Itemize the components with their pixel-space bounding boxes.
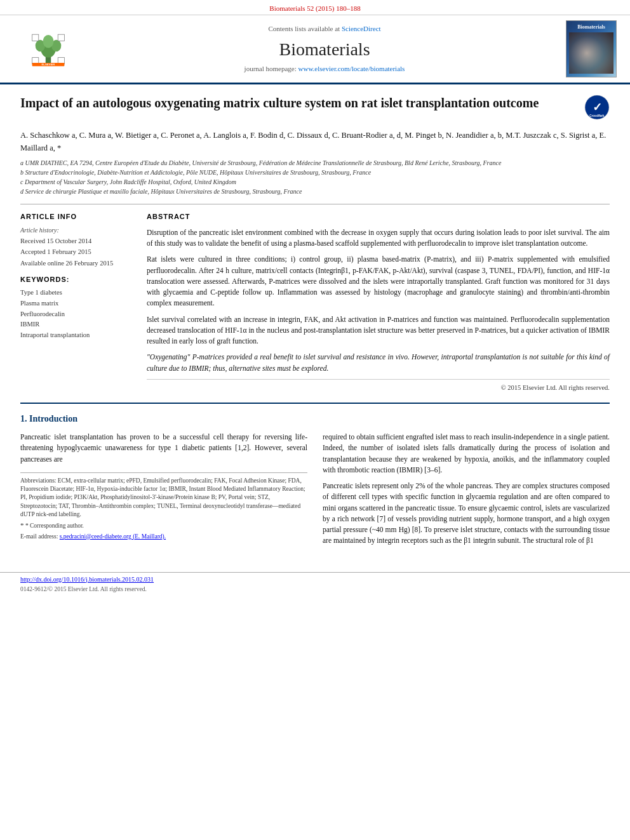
- keywords-heading: Keywords:: [20, 275, 131, 284]
- keyword-5: Intraportal transplantation: [20, 331, 131, 340]
- keyword-1: Type 1 diabetes: [20, 288, 131, 298]
- section-divider: [20, 403, 610, 404]
- article-info-heading: ARTICLE INFO: [20, 212, 131, 222]
- affiliation-b: b Structure d'Endocrinologie, Diabète-Nu…: [20, 168, 610, 177]
- main-content: Impact of an autologous oxygenating matr…: [0, 84, 630, 561]
- accepted-date: Accepted 1 February 2015: [20, 248, 131, 257]
- abstract-heading: ABSTRACT: [147, 212, 610, 222]
- publisher-logo-area: ELSEVIER: [10, 20, 86, 77]
- keyword-4: IBMIR: [20, 320, 131, 330]
- keywords-section: Keywords: Type 1 diabetes Plasma matrix …: [20, 275, 131, 340]
- svg-text:ELSEVIER: ELSEVIER: [42, 63, 55, 66]
- journal-homepage-url[interactable]: www.elsevier.com/locate/biomaterials: [298, 65, 405, 72]
- email-link[interactable]: s.pedracini@ceed-diabete.org (E. Maillar…: [60, 533, 166, 540]
- keyword-2: Plasma matrix: [20, 299, 131, 309]
- abstract-para-4: "Oxygenating" P-matrices provided a real…: [147, 352, 610, 374]
- crossmark-badge-icon: ✓ CrossMark: [584, 95, 610, 120]
- journal-cover: Biomaterials: [566, 20, 617, 77]
- authors: A. Schaschkow a, C. Mura a, W. Bietiger …: [20, 129, 610, 154]
- svg-rect-6: [58, 34, 64, 41]
- journal-cover-image: Biomaterials: [563, 20, 620, 77]
- science-direct-link: Contents lists available at ScienceDirec…: [268, 24, 380, 34]
- introduction-body: Pancreatic islet transplantation has pro…: [20, 432, 610, 552]
- journal-header: ELSEVIER Contents lists available at Sci…: [0, 15, 630, 84]
- article-body: ARTICLE INFO Article history: Received 1…: [20, 204, 610, 392]
- intro-text-right-2: Pancreatic islets represent only 2% of t…: [323, 481, 610, 547]
- footer-copyright: 0142-9612/© 2015 Elsevier Ltd. All right…: [20, 585, 610, 594]
- doi-link[interactable]: http://dx.doi.org/10.1016/j.biomaterials…: [20, 575, 610, 584]
- introduction-col-left: Pancreatic islet transplantation has pro…: [20, 432, 307, 552]
- article-info-column: ARTICLE INFO Article history: Received 1…: [20, 212, 131, 392]
- footnote-area: Abbreviations: ECM, extra-cellular matri…: [20, 472, 307, 541]
- cover-title: Biomaterials: [577, 23, 605, 30]
- keywords-list: Type 1 diabetes Plasma matrix Perfluorod…: [20, 288, 131, 340]
- svg-text:✓: ✓: [593, 101, 602, 114]
- introduction-col-right: required to obtain sufficient engrafted …: [323, 432, 610, 552]
- svg-rect-5: [32, 34, 39, 41]
- received-date: Received 15 October 2014: [20, 237, 131, 246]
- affiliation-c: c Department of Vascular Surgery, John R…: [20, 177, 610, 187]
- elsevier-logo-icon: ELSEVIER: [29, 32, 67, 67]
- history-label: Article history:: [20, 226, 131, 235]
- affiliations: a UMR DIATHEC, EA 7294, Centre Européen …: [20, 158, 610, 196]
- page: Biomaterials 52 (2015) 180–188 ELSEVIER: [0, 0, 630, 840]
- journal-info-center: Contents lists available at ScienceDirec…: [93, 20, 556, 77]
- keyword-3: Perfluorodecalin: [20, 310, 131, 319]
- abstract-para-2: Rat islets were cultured in three condit…: [147, 254, 610, 309]
- corresponding-footnote: * * Corresponding author.: [20, 521, 307, 530]
- cover-image: [569, 32, 613, 74]
- abstract-para-3: Islet survival correlated with an increa…: [147, 314, 610, 347]
- affiliation-a: a UMR DIATHEC, EA 7294, Centre Européen …: [20, 158, 610, 168]
- intro-text-right-1: required to obtain sufficient engrafted …: [323, 432, 610, 476]
- introduction-heading: 1. Introduction: [20, 413, 610, 425]
- email-footnote: E-mail address: s.pedracini@ceed-diabete…: [20, 533, 307, 541]
- page-footer: http://dx.doi.org/10.1016/j.biomaterials…: [0, 572, 630, 596]
- abstract-para-1: Disruption of the pancreatic islet envir…: [147, 227, 610, 250]
- available-date: Available online 26 February 2015: [20, 259, 131, 269]
- article-title: Impact of an autologous oxygenating matr…: [20, 95, 578, 111]
- journal-citation: Biomaterials 52 (2015) 180–188: [0, 0, 630, 15]
- abstract-section: ABSTRACT Disruption of the pancreatic is…: [147, 212, 610, 392]
- intro-text-left: Pancreatic islet transplantation has pro…: [20, 432, 307, 465]
- journal-homepage: journal homepage: www.elsevier.com/locat…: [245, 64, 405, 74]
- abbreviations-footnote: Abbreviations: ECM, extra-cellular matri…: [20, 477, 307, 519]
- copyright-notice: © 2015 Elsevier Ltd. All rights reserved…: [147, 379, 610, 393]
- journal-title: Biomaterials: [279, 37, 370, 62]
- svg-point-4: [43, 35, 54, 48]
- affiliation-d: d Service de chirurgie Plastique et maxi…: [20, 187, 610, 196]
- svg-text:CrossMark: CrossMark: [589, 114, 605, 117]
- article-title-area: Impact of an autologous oxygenating matr…: [20, 95, 610, 123]
- science-direct-url[interactable]: ScienceDirect: [342, 25, 381, 32]
